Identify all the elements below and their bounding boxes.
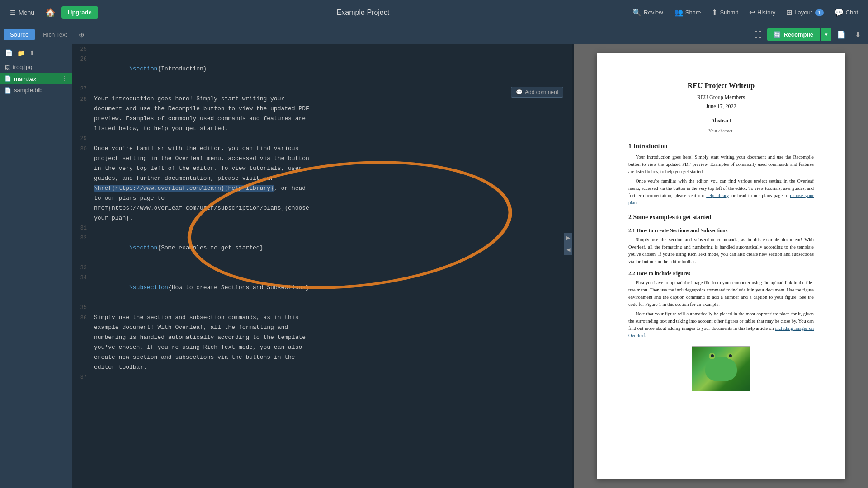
diff-icon-button[interactable]: ⊕ <box>75 28 88 41</box>
file-item-bib[interactable]: 📄 sample.bib <box>0 84 72 96</box>
upgrade-button[interactable]: Upgrade <box>61 6 98 19</box>
pdf-section2-2-p2: Note that your figure will automatically… <box>628 310 814 339</box>
code-line-31: 31 <box>72 223 572 233</box>
submit-button[interactable]: ⬆ Submit <box>707 5 742 19</box>
recompile-label: Recompile <box>783 31 813 38</box>
line-content-28: Your introduction goes here! Simply star… <box>90 94 572 134</box>
topbar-left: ☰ Menu 🏠 Upgrade <box>5 5 98 20</box>
line-num-26: 26 <box>72 54 90 84</box>
new-file-button[interactable]: 📄 <box>4 48 14 58</box>
top-bar: ☰ Menu 🏠 Upgrade Example Project 🔍 Revie… <box>0 0 868 25</box>
pdf-abstract-title: Abstract <box>628 117 814 125</box>
code-line-37: 37 <box>72 372 572 382</box>
recompile-button[interactable]: 🔄 Recompile <box>767 28 820 41</box>
add-comment-button[interactable]: 💬 Add comment <box>511 87 563 98</box>
submit-icon: ⬆ <box>712 8 717 17</box>
pdf-download-button[interactable]: 📄 <box>833 28 849 41</box>
scroll-right-arrow[interactable]: ▶ <box>564 233 572 244</box>
review-icon: 🔍 <box>632 8 642 17</box>
line-content-36: Simply use the section and subsection co… <box>90 313 572 372</box>
line-num-35: 35 <box>72 303 90 313</box>
pdf-icon: 📄 <box>837 31 846 38</box>
home-button[interactable]: 🏠 <box>42 5 58 20</box>
line-content-29 <box>90 134 572 144</box>
new-folder-button[interactable]: 📁 <box>16 48 26 58</box>
latex-cmd-subsection: \subsection <box>129 284 168 291</box>
share-icon: 👥 <box>674 8 683 17</box>
chat-button[interactable]: 💬 Chat <box>830 5 863 19</box>
history-icon: ↩ <box>749 8 755 17</box>
file-icon-frog: 🖼 <box>5 64 10 70</box>
pdf-section2-2-p: First you have to upload the image file … <box>628 279 814 308</box>
history-label: History <box>757 9 775 16</box>
frog-eye-left <box>709 353 715 359</box>
highlighted-href: \href{https://www.overleaf.com/learn}{he… <box>94 185 274 192</box>
editor-container: 💬 Add comment 25 26 \section{Introductio… <box>72 44 572 488</box>
code-line-26: 26 \section{Introduction} <box>72 54 572 84</box>
recompile-dropdown-button[interactable]: ▾ <box>821 28 831 41</box>
download-button[interactable]: ⬇ <box>851 28 864 41</box>
fullscreen-icon: ⛶ <box>755 31 762 38</box>
frog-body <box>705 357 737 381</box>
share-button[interactable]: 👥 Share <box>670 5 706 19</box>
layout-icon: ⊞ <box>786 8 792 17</box>
line-num-30: 30 <box>72 144 90 154</box>
chevron-down-icon: ▾ <box>825 31 828 38</box>
code-line-27: 27 <box>72 84 572 94</box>
topbar-right: 🔍 Review 👥 Share ⬆ Submit ↩ History ⊞ La… <box>628 5 863 19</box>
code-line-33: 33 <box>72 263 572 273</box>
download-icon: ⬇ <box>855 31 861 38</box>
pdf-abstract-text: Your abstract. <box>628 127 814 134</box>
review-button[interactable]: 🔍 Review <box>628 5 668 19</box>
pdf-link1[interactable]: help library <box>706 193 728 198</box>
code-line-30: 30 Once you're familiar with the editor,… <box>72 144 572 223</box>
file-item-main[interactable]: 📄 main.tex ⋮ <box>0 73 72 84</box>
share-label: Share <box>685 9 701 16</box>
line-num-29: 29 <box>72 134 90 144</box>
line-content-33 <box>90 263 572 273</box>
pdf-section2-1: 2.1 How to create Sections and Subsectio… <box>628 226 814 235</box>
code-line-35: 35 <box>72 303 572 313</box>
pdf-section2-1-p: Simply use the section and subsection co… <box>628 236 814 265</box>
line-content-27 <box>90 84 572 94</box>
line-content-32: \section{Some examples to get started} <box>90 233 572 263</box>
file-name-main: main.tex <box>14 75 36 82</box>
richtext-tab[interactable]: Rich Text <box>37 29 73 40</box>
upload-button[interactable]: ⬆ <box>28 48 36 58</box>
code-line-28: 28 Your introduction goes here! Simply s… <box>72 94 572 134</box>
pdf-preview[interactable]: REU Project Writeup REU Group Members Ju… <box>574 44 868 488</box>
layout-badge: 1 <box>815 9 823 16</box>
frog-pupil-left <box>711 354 714 357</box>
frog-eye-right <box>727 353 733 359</box>
line-content-35 <box>90 303 572 313</box>
file-tree: 📄 📁 ⬆ 🖼 frog.jpg 📄 main.tex ⋮ 📄 sample.b… <box>0 44 72 488</box>
layout-button[interactable]: ⊞ Layout 1 <box>782 5 828 19</box>
toolbar-tabs: Source Rich Text ⊕ <box>4 28 88 41</box>
line-content-30: Once you're familiar with the editor, yo… <box>90 144 572 223</box>
line-content-25 <box>90 44 572 54</box>
code-line-34: 34 \subsection{How to create Sections an… <box>72 273 572 303</box>
line-num-28: 28 <box>72 94 90 104</box>
code-line-36: 36 Simply use the section and subsection… <box>72 313 572 372</box>
review-label: Review <box>644 9 663 16</box>
scroll-left-arrow[interactable]: ◀ <box>564 244 572 255</box>
fullscreen-button[interactable]: ⛶ <box>751 28 765 41</box>
pdf-section1: 1 Introduction <box>628 141 814 151</box>
scroll-arrows: ▶ ◀ <box>564 233 572 255</box>
latex-cmd-section: \section <box>129 66 157 72</box>
file-more-button[interactable]: ⋮ <box>61 75 67 82</box>
pdf-date: June 17, 2022 <box>628 102 814 110</box>
line-num-37: 37 <box>72 372 90 382</box>
line-content-37 <box>90 372 572 382</box>
line-num-25: 25 <box>72 44 90 54</box>
menu-button[interactable]: ☰ Menu <box>5 6 39 19</box>
add-comment-label: Add comment <box>525 89 558 95</box>
history-button[interactable]: ↩ History <box>745 5 780 19</box>
source-tab[interactable]: Source <box>4 29 35 40</box>
frog-image <box>692 346 750 391</box>
file-item-frog[interactable]: 🖼 frog.jpg <box>0 61 72 73</box>
home-icon: 🏠 <box>45 8 55 17</box>
code-editor[interactable]: 💬 Add comment 25 26 \section{Introductio… <box>72 44 572 488</box>
pdf-section1-p1: Your introduction goes here! Simply star… <box>628 154 814 175</box>
frog-pupil-right <box>729 354 732 357</box>
